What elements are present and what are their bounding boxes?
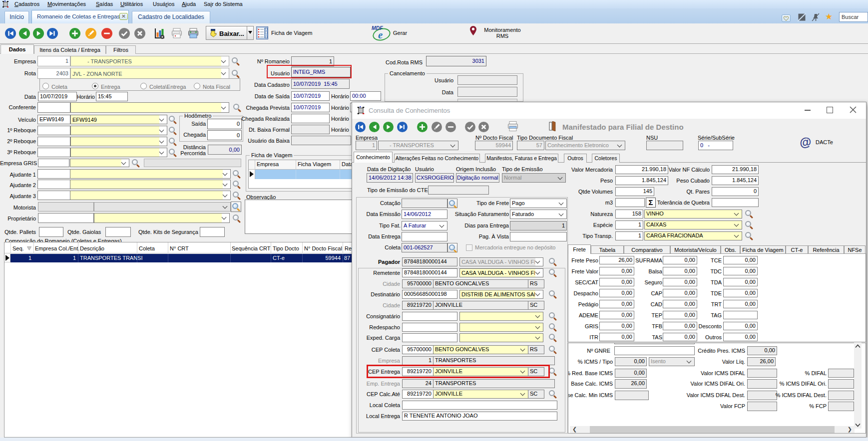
svg-text:e: e [378,29,383,41]
